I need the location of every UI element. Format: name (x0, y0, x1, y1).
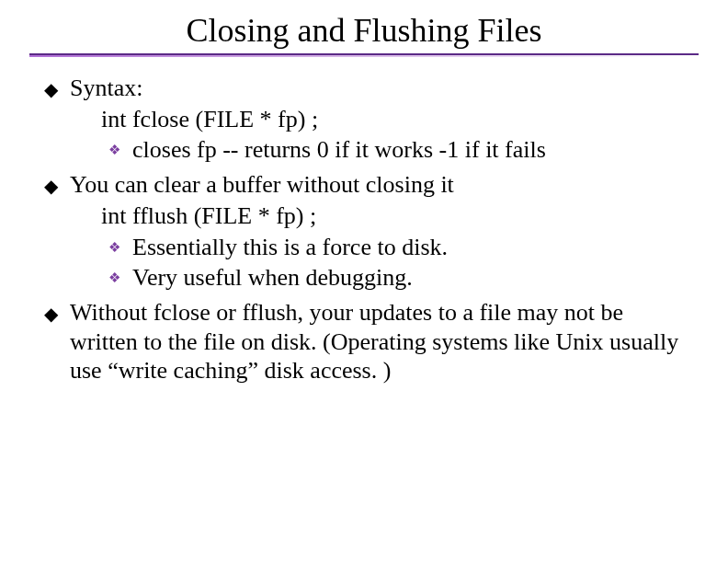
list-item-text: You can clear a buffer without closing i… (70, 171, 454, 198)
list-item-text: int fflush (FILE * fp) ; (101, 202, 316, 229)
title-divider (29, 53, 699, 57)
list-item: int fclose (FILE * fp) ; (44, 105, 684, 134)
list-item-text: Without fclose or fflush, your updates t… (70, 299, 678, 384)
slide: Closing and Flushing Files ◆ Syntax: int… (0, 0, 728, 563)
list-item-text: Very useful when debugging. (132, 264, 413, 291)
diamond-outline-bullet-icon: ❖ (108, 239, 120, 256)
list-item-text: closes fp -- returns 0 if it works -1 if… (132, 136, 546, 163)
page-title: Closing and Flushing Files (0, 11, 728, 50)
diamond-outline-bullet-icon: ❖ (108, 270, 120, 286)
list-item-text: int fclose (FILE * fp) ; (101, 106, 318, 132)
diamond-bullet-icon: ◆ (44, 175, 58, 197)
diamond-bullet-icon: ◆ (44, 78, 58, 100)
diamond-outline-bullet-icon: ❖ (108, 142, 120, 158)
list-item-text: Syntax: (70, 75, 142, 101)
diamond-bullet-icon: ◆ (44, 303, 58, 325)
list-item: ◆ Syntax: (44, 74, 684, 103)
list-item: ❖ closes fp -- returns 0 if it works -1 … (44, 135, 684, 165)
list-item: ◆ Without fclose or fflush, your updates… (44, 298, 684, 385)
list-item: ❖ Very useful when debugging. (44, 263, 684, 293)
list-item: ❖ Essentially this is a force to disk. (44, 233, 684, 262)
content-area: ◆ Syntax: int fclose (FILE * fp) ; ❖ clo… (0, 74, 728, 385)
list-item-text: Essentially this is a force to disk. (132, 234, 448, 260)
list-item: int fflush (FILE * fp) ; (44, 201, 684, 231)
list-item: ◆ You can clear a buffer without closing… (44, 170, 684, 200)
divider-line-gradient (29, 55, 699, 57)
